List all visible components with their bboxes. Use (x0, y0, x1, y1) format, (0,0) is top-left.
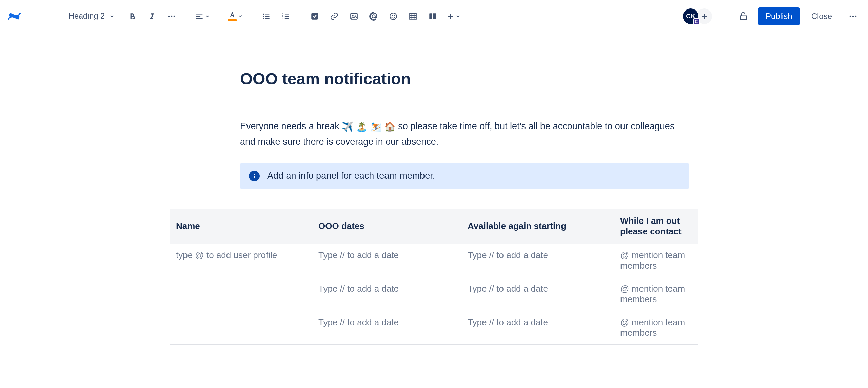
intro-paragraph[interactable]: Everyone needs a break ✈️ 🏝️ ⛷️ 🏠 so ple… (240, 119, 689, 150)
chevron-down-icon (456, 14, 460, 19)
cell-contact[interactable]: @ mention team members (614, 311, 698, 344)
cell-available[interactable]: Type // to add a date (461, 311, 614, 344)
col-header-available[interactable]: Available again starting (461, 209, 614, 244)
close-button[interactable]: Close (808, 7, 835, 25)
restrictions-button[interactable] (736, 9, 751, 24)
current-user-avatar[interactable]: CK C (683, 8, 698, 24)
cell-available[interactable]: Type // to add a date (461, 277, 614, 311)
col-header-name[interactable]: Name (170, 209, 312, 244)
text-style-label: Heading 2 (68, 12, 105, 21)
svg-point-13 (392, 15, 393, 16)
layouts-button[interactable] (426, 9, 439, 23)
svg-point-11 (352, 15, 354, 16)
publish-button[interactable]: Publish (758, 7, 800, 25)
chevron-down-icon (238, 14, 243, 19)
svg-rect-15 (410, 13, 416, 19)
svg-point-20 (855, 15, 857, 17)
action-item-button[interactable] (308, 9, 321, 23)
chevron-down-icon (110, 14, 114, 19)
cell-dates[interactable]: Type // to add a date (312, 277, 461, 311)
cell-available[interactable]: Type // to add a date (461, 244, 614, 277)
svg-point-1 (171, 15, 173, 17)
col-header-dates[interactable]: OOO dates (312, 209, 461, 244)
svg-rect-16 (429, 13, 432, 19)
plus-icon (447, 13, 454, 20)
align-dropdown[interactable] (194, 9, 211, 23)
insert-dropdown[interactable] (446, 9, 462, 23)
svg-point-4 (263, 16, 264, 17)
link-button[interactable] (328, 9, 341, 23)
intro-text-before: Everyone needs a break (240, 121, 342, 131)
table-header-row: Name OOO dates Available again starting … (170, 209, 698, 244)
more-actions-button[interactable] (846, 9, 861, 24)
plus-icon (701, 13, 708, 20)
svg-point-19 (852, 15, 854, 17)
text-color-icon (228, 12, 237, 21)
ooo-table[interactable]: Name OOO dates Available again starting … (170, 209, 698, 345)
svg-point-2 (174, 15, 175, 17)
info-icon (249, 171, 260, 181)
cell-dates[interactable]: Type // to add a date (312, 244, 461, 277)
cell-contact[interactable]: @ mention team members (614, 277, 698, 311)
avatar-app-badge: C (693, 18, 700, 25)
page-title[interactable]: OOO team notification (240, 70, 689, 88)
collaborators: CK C (683, 8, 712, 24)
table-button[interactable] (406, 9, 420, 23)
unlocked-icon (738, 11, 748, 21)
svg-point-5 (263, 18, 264, 19)
svg-point-14 (394, 15, 395, 16)
numbered-list-button[interactable]: 123 (279, 9, 293, 23)
italic-button[interactable] (145, 9, 159, 23)
svg-point-18 (850, 15, 851, 17)
text-color-dropdown[interactable] (226, 9, 244, 23)
info-panel[interactable]: Add an info panel for each team member. (240, 163, 689, 189)
bullet-list-button[interactable] (259, 9, 273, 23)
editor-toolbar: Heading 2 123 (0, 0, 868, 32)
col-header-contact[interactable]: While I am out please contact (614, 209, 698, 244)
chevron-down-icon (205, 14, 210, 19)
svg-point-0 (168, 15, 170, 17)
svg-text:3: 3 (282, 17, 283, 20)
svg-rect-17 (433, 13, 436, 19)
more-formatting-button[interactable] (165, 9, 178, 23)
table-row: type @ to add user profile Type // to ad… (170, 244, 698, 277)
editor-page: OOO team notification Everyone needs a b… (170, 32, 698, 345)
intro-emojis: ✈️ 🏝️ ⛷️ 🏠 (342, 122, 396, 132)
mention-button[interactable] (367, 9, 380, 23)
svg-point-21 (254, 174, 255, 175)
cell-dates[interactable]: Type // to add a date (312, 311, 461, 344)
svg-point-12 (390, 13, 397, 20)
cell-contact[interactable]: @ mention team members (614, 244, 698, 277)
svg-rect-22 (254, 176, 255, 178)
info-panel-text: Add an info panel for each team member. (267, 171, 435, 181)
confluence-logo[interactable] (7, 9, 21, 23)
bold-button[interactable] (125, 9, 139, 23)
svg-point-3 (263, 13, 264, 14)
align-left-icon (195, 12, 204, 21)
ellipsis-icon (848, 15, 858, 18)
emoji-button[interactable] (387, 9, 400, 23)
image-button[interactable] (347, 9, 361, 23)
cell-name[interactable]: type @ to add user profile (170, 244, 312, 344)
text-style-dropdown[interactable]: Heading 2 (65, 9, 118, 23)
